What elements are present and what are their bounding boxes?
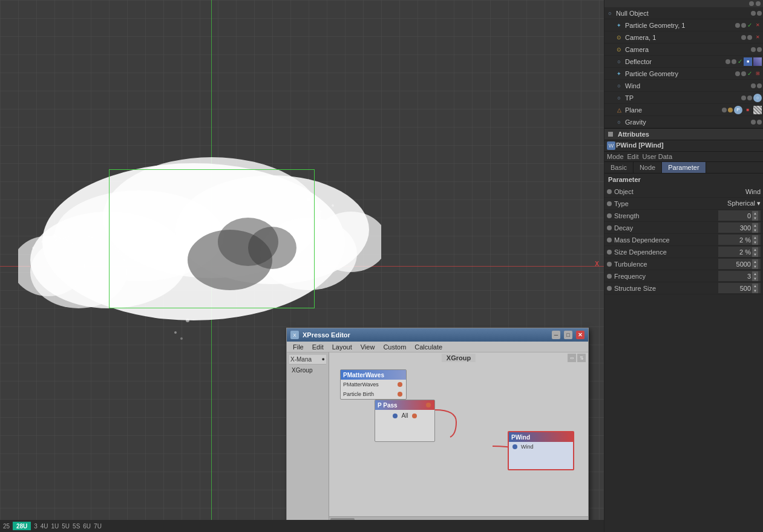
stepper-structure-size-up[interactable]: ▲ <box>752 284 758 288</box>
menu-file[interactable]: File <box>289 343 307 351</box>
obj-particle-geo-1[interactable]: ✦ Particle Geometry, 1 ✓ ✕ <box>604 19 763 31</box>
node-pwind[interactable]: PWind Wind <box>508 431 574 470</box>
value-box-frequency[interactable]: 3 ▲ ▼ <box>718 271 761 281</box>
attr-edit-label[interactable]: Edit <box>627 153 639 160</box>
obj-deflector-icon: ○ <box>615 57 623 66</box>
attr-content: Object Wind Type Spherical ▾ Strength 0 <box>604 186 763 294</box>
xgroup-sidebar-item[interactable]: XGroup <box>289 366 326 375</box>
obj-particle-geo-name: Particle Geometry <box>625 70 733 77</box>
dot2 <box>747 96 752 100</box>
obj-gravity-icon: ○ <box>615 118 623 126</box>
obj-def-blue-icon: ■ <box>744 57 752 66</box>
obj-wind[interactable]: ○ Wind <box>604 80 763 92</box>
stepper-size-dep[interactable]: ▲ ▼ <box>752 247 758 257</box>
tab-node[interactable]: Node <box>634 162 662 173</box>
stepper-frequency[interactable]: ▲ ▼ <box>752 271 758 281</box>
value-box-turbulence[interactable]: 5000 ▲ ▼ <box>718 259 761 269</box>
value-box-size-dep[interactable]: 2 % ▲ ▼ <box>718 247 761 257</box>
stepper-size-dep-down[interactable]: ▼ <box>752 252 758 257</box>
svg-point-13 <box>319 210 322 213</box>
menu-custom[interactable]: Custom <box>379 343 410 351</box>
node-pmatterwaves-label: PMatterWaves <box>343 372 384 378</box>
value-box-decay[interactable]: 300 ▲ ▼ <box>718 222 761 233</box>
node-ppass[interactable]: P Pass All <box>375 400 435 442</box>
obj-wind-name: Wind <box>625 82 749 89</box>
obj-particle-geo[interactable]: ✦ Particle Geometry ✓ ⊞ <box>604 68 763 80</box>
value-type[interactable]: Spherical ▾ <box>724 199 761 207</box>
attr-row-size-dep: Size Dependence 2 % ▲ ▼ <box>604 246 763 258</box>
stepper-structure-size-down[interactable]: ▼ <box>752 288 758 293</box>
menu-edit[interactable]: Edit <box>309 343 327 351</box>
port-wind: Wind <box>509 442 573 452</box>
frame-5s: 5S <box>73 523 80 530</box>
value-box-mass-dep[interactable]: 2 % ▲ ▼ <box>718 235 761 245</box>
obj-camera-icon: ⊙ <box>615 45 623 54</box>
canvas-zoom-btn[interactable]: ⇅ <box>577 354 586 362</box>
stepper-strength-down[interactable]: ▼ <box>752 216 758 221</box>
header-dot-2 <box>756 1 761 6</box>
viewport[interactable]: X <box>0 0 604 532</box>
stepper-decay[interactable]: ▲ ▼ <box>752 223 758 233</box>
svg-point-16 <box>41 241 44 243</box>
xpresso-canvas[interactable]: XGroup ⇔ ⇅ PMatter <box>329 352 588 524</box>
xpresso-editor: X XPresso Editor ─ □ ✕ File Edit Layout … <box>286 328 589 524</box>
obj-gravity-name: Gravity <box>625 118 749 126</box>
value-box-structure-size[interactable]: 500 ▲ ▼ <box>718 283 761 293</box>
canvas-controls: ⇔ ⇅ <box>568 354 586 362</box>
tab-basic[interactable]: Basic <box>604 162 634 173</box>
obj-wind-dots <box>751 83 762 88</box>
stepper-turbulence-up[interactable]: ▲ <box>752 259 758 264</box>
axis-x-label: X <box>595 261 599 267</box>
attr-section-label: Parameter <box>604 174 763 186</box>
attr-row-object: Object Wind <box>604 186 763 198</box>
svg-point-18 <box>186 319 189 322</box>
attr-pwind-title: PWind [PWind] <box>616 141 761 150</box>
obj-pg-icon-right: ⊞ <box>753 70 762 78</box>
xpresso-menubar: File Edit Layout View Custom Calculate <box>287 342 588 352</box>
maximize-button[interactable]: □ <box>564 331 572 339</box>
obj-plane[interactable]: △ Plane P ■ <box>604 104 763 116</box>
stepper-turbulence-down[interactable]: ▼ <box>752 264 758 269</box>
menu-layout[interactable]: Layout <box>329 343 356 351</box>
attr-userdata-label[interactable]: User Data <box>643 153 673 160</box>
stepper-strength[interactable]: ▲ ▼ <box>752 211 758 221</box>
dot1 <box>722 108 727 112</box>
attr-menu-bar: W PWind [PWind] <box>604 140 763 152</box>
obj-camera[interactable]: ⊙ Camera <box>604 44 763 56</box>
stepper-mass-dep[interactable]: ▲ ▼ <box>752 235 758 245</box>
menu-view[interactable]: View <box>357 343 379 351</box>
close-button[interactable]: ✕ <box>576 331 585 339</box>
stepper-decay-up[interactable]: ▲ <box>752 223 758 228</box>
canvas-move-btn[interactable]: ⇔ <box>568 354 576 362</box>
viewport-bottom-bar: 25 28U 3 4U 1U 5U 5S 6U 7U <box>0 520 604 532</box>
obj-null-object[interactable]: ○ Null Object <box>604 7 763 19</box>
obj-camera-1[interactable]: ⊙ Camera, 1 ✕ <box>604 31 763 44</box>
xmana-toggle[interactable]: ● <box>322 356 325 362</box>
stepper-decay-down[interactable]: ▼ <box>752 228 758 233</box>
attr-mode-label[interactable]: Mode <box>607 153 624 160</box>
obj-tp[interactable]: ○ TP ○ <box>604 92 763 104</box>
stepper-frequency-up[interactable]: ▲ <box>752 271 758 276</box>
stepper-strength-up[interactable]: ▲ <box>752 211 758 216</box>
menu-calculate[interactable]: Calculate <box>411 343 446 351</box>
obj-gravity[interactable]: ○ Gravity <box>604 116 763 128</box>
minimize-button[interactable]: ─ <box>552 331 560 339</box>
obj-deflector[interactable]: ○ Deflector ✓ ■ <box>604 56 763 68</box>
port-particle-birth-label: Particle Birth <box>343 391 396 397</box>
stepper-mass-dep-down[interactable]: ▼ <box>752 240 758 245</box>
xpresso-titlebar[interactable]: X XPresso Editor ─ □ ✕ <box>287 328 588 342</box>
value-mass-dep: 2 % <box>739 236 751 244</box>
stepper-turbulence[interactable]: ▲ ▼ <box>752 259 758 269</box>
port-particle-birth-dot <box>398 392 402 397</box>
stepper-frequency-down[interactable]: ▼ <box>752 276 758 281</box>
obj-tp-icon-right: ○ <box>753 94 762 102</box>
stepper-mass-dep-up[interactable]: ▲ <box>752 235 758 240</box>
stepper-size-dep-up[interactable]: ▲ <box>752 247 758 252</box>
node-pmatterwaves[interactable]: PMatterWaves PMatterWaves Particle Birth <box>340 369 407 400</box>
obj-deflector-name: Deflector <box>625 58 724 65</box>
stepper-structure-size[interactable]: ▲ ▼ <box>752 284 758 293</box>
bullet-size-dep <box>607 250 612 255</box>
value-box-strength[interactable]: 0 ▲ ▼ <box>718 210 761 221</box>
checkmark: ✓ <box>738 58 742 65</box>
tab-parameter[interactable]: Parameter <box>662 162 706 173</box>
